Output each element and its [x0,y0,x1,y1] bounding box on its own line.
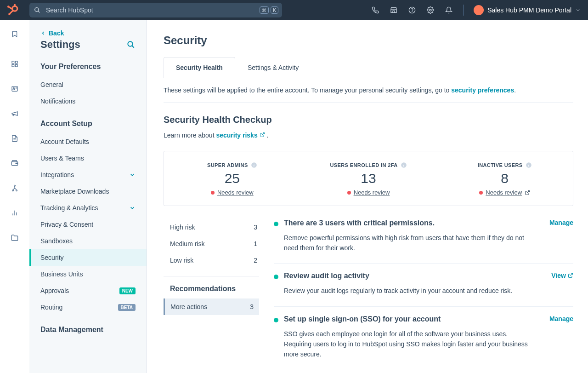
wallet-icon[interactable] [10,159,19,168]
tab-security-health[interactable]: Security Health [164,57,235,78]
help-icon[interactable] [408,6,416,14]
nav-approvals[interactable]: Approvals NEW [29,282,147,299]
svg-line-27 [132,46,134,48]
section-account: Account Setup [29,120,147,133]
manage-link[interactable]: Manage [549,315,573,322]
marketplace-icon[interactable] [390,6,398,14]
info-icon[interactable]: i [401,162,407,168]
tree-icon[interactable] [10,184,19,193]
gear-icon[interactable] [426,6,435,14]
manage-link[interactable]: Manage [549,219,573,226]
external-link-icon [260,132,265,138]
settings-search-icon[interactable] [126,40,136,49]
svg-line-28 [262,133,265,136]
nav-account-defaults[interactable]: Account Defaults [29,133,147,150]
account-name: Sales Hub PMM Demo Portal [487,6,571,14]
info-icon[interactable]: i [251,162,257,168]
nav-integrations[interactable]: Integrations [29,166,147,183]
bookmark-icon[interactable] [10,29,19,39]
warning-dot-icon [211,191,215,195]
kbd-k: K [271,6,278,14]
nav-privacy-consent[interactable]: Privacy & Consent [29,216,147,233]
svg-point-22 [16,190,17,191]
settings-panel: Back Settings Your Preferences General N… [29,20,147,373]
stats-card: SUPER ADMINSi 25 Needs review USERS ENRO… [164,151,573,206]
recommendations-label: Recommendations [164,285,259,293]
info-icon[interactable]: i [526,162,532,168]
divider [164,276,259,276]
section-data-management: Data Management [29,326,147,339]
back-label: Back [49,29,64,37]
stat-value: 13 [300,171,437,186]
phone-icon[interactable] [371,6,379,14]
search-shortcut: ⌘ K [260,6,278,14]
issue-item: There are 3 users with critical permissi… [274,219,573,264]
status-dot-icon [274,318,278,322]
svg-rect-15 [12,86,17,92]
nav-notifications[interactable]: Notifications [29,93,147,109]
nav-marketplace-downloads[interactable]: Marketplace Downloads [29,183,147,200]
issue-title: Review audit log activity [284,272,369,280]
svg-line-35 [527,190,530,193]
bell-icon[interactable] [445,6,453,14]
svg-rect-12 [15,61,17,63]
left-rail [0,20,29,373]
nav-security[interactable]: Security [29,249,147,266]
learn-more: Learn more about security risks . [164,132,573,139]
status-dot-icon [274,222,278,226]
risk-medium[interactable]: Medium risk1 [164,235,259,252]
topbar-divider [463,5,464,16]
avatar [474,5,484,15]
settings-title: Settings [40,39,80,51]
stat-2fa: USERS ENROLLED IN 2FAi 13 Needs review [300,161,437,196]
svg-point-16 [13,87,15,89]
intro-text: These settings will be applied to the en… [164,78,573,103]
tab-settings-activity[interactable]: Settings & Activity [235,57,311,78]
document-icon[interactable] [10,134,19,143]
chevron-left-icon [40,30,46,36]
chart-icon[interactable] [10,208,19,218]
needs-review-link[interactable]: Needs review [354,189,390,196]
back-link[interactable]: Back [29,29,147,39]
stat-super-admins: SUPER ADMINSi 25 Needs review [164,161,300,196]
more-actions[interactable]: More actions3 [164,298,259,315]
security-risks-link[interactable]: security risks [216,132,265,139]
stat-value: 8 [436,171,573,186]
main-content: Security Security Health Settings & Acti… [147,20,588,373]
nav-tracking-analytics[interactable]: Tracking & Analytics [29,200,147,216]
folder-icon[interactable] [10,233,19,242]
search-input[interactable] [29,3,282,17]
megaphone-icon[interactable] [10,109,19,118]
risk-column: High risk3 Medium risk1 Low risk2 Recomm… [164,219,259,373]
risk-low[interactable]: Low risk2 [164,252,259,269]
external-link-icon [568,273,573,278]
nav-routing[interactable]: Routing BETA [29,299,147,316]
topbar-right: Sales Hub PMM Demo Portal [371,5,582,16]
view-link[interactable]: View [551,272,573,279]
issue-item: Review audit log activity View Review yo… [274,272,573,306]
svg-point-21 [12,190,14,191]
security-preferences-link[interactable]: security preferences [451,86,514,94]
risk-high[interactable]: High risk3 [164,219,259,235]
svg-rect-13 [15,64,17,67]
nav-sandboxes[interactable]: Sandboxes [29,233,147,249]
search-icon [34,7,40,13]
issue-desc: SSO gives each employee one login for al… [284,329,532,360]
issue-desc: Remove powerful permissions with high ri… [284,233,532,253]
rail-divider [9,49,20,49]
nav-general[interactable]: General [29,76,147,93]
chevron-down-icon [575,7,581,13]
nav-business-units[interactable]: Business Units [29,266,147,282]
issue-item: Set up single sign-on (SSO) for your acc… [274,315,573,370]
grid-icon[interactable] [10,59,19,69]
contacts-icon[interactable] [10,84,19,93]
hubspot-logo[interactable] [6,2,21,18]
svg-point-10 [430,9,431,11]
svg-point-9 [412,11,413,12]
issue-title: There are 3 users with critical permissi… [284,219,435,227]
account-switcher[interactable]: Sales Hub PMM Demo Portal [474,5,581,15]
badge-new: NEW [119,287,136,294]
nav-users-teams[interactable]: Users & Teams [29,150,147,166]
needs-review-link[interactable]: Needs review [217,189,254,196]
needs-review-link[interactable]: Needs review [486,189,522,196]
